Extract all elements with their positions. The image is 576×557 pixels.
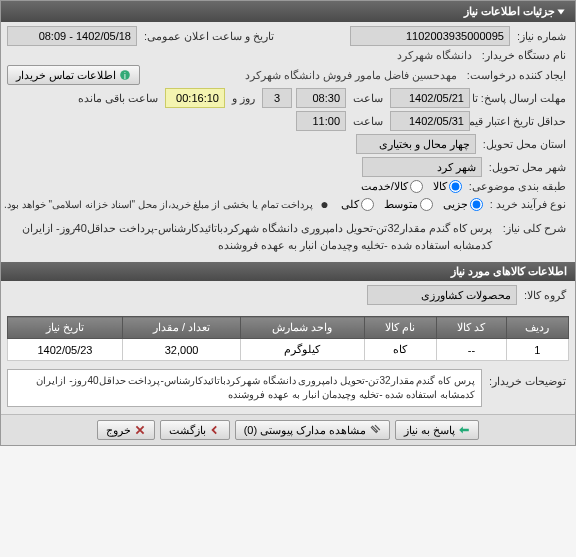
saat-label-2: ساعت bbox=[350, 115, 386, 128]
radio-full-input[interactable] bbox=[361, 198, 374, 211]
summary-text: پرس کاه گندم مقدار32تن-تحویل دامپروری دا… bbox=[7, 218, 496, 255]
delivery-city-label: شهر محل تحویل: bbox=[486, 161, 569, 174]
need-no-label: شماره نیاز: bbox=[514, 30, 569, 43]
buyer-name-label: نام دستگاه خریدار: bbox=[479, 49, 569, 62]
reply-date: 1402/05/21 bbox=[390, 88, 470, 108]
reply-time: 08:30 bbox=[296, 88, 346, 108]
window-title: جزئیات اطلاعات نیاز bbox=[464, 5, 555, 18]
cell-unit: کیلوگرم bbox=[241, 339, 364, 361]
buyer-notes-text: پرس کاه گندم مقدار32تن-تحویل دامپروری دا… bbox=[7, 369, 482, 407]
credit-date: 1402/05/31 bbox=[390, 111, 470, 131]
contact-buyer-button[interactable]: i اطلاعات تماس خریدار bbox=[7, 65, 140, 85]
radio-partial[interactable]: جزیی bbox=[443, 198, 483, 211]
remain-label: ساعت باقی مانده bbox=[75, 92, 161, 105]
announce-value: 1402/05/18 - 08:09 bbox=[7, 26, 137, 46]
payment-note: پرداخت تمام یا بخشی از مبلغ خرید،از محل … bbox=[1, 199, 316, 210]
chevron-icon bbox=[555, 6, 567, 18]
exit-button[interactable]: خروج bbox=[97, 420, 155, 440]
back-icon bbox=[209, 424, 221, 436]
days-label: روز و bbox=[229, 92, 258, 105]
exit-icon bbox=[134, 424, 146, 436]
attach-icon bbox=[369, 424, 381, 436]
cell-code: -- bbox=[437, 339, 506, 361]
footer-bar: پاسخ به نیاز مشاهده مدارک پیوستی (0) باز… bbox=[1, 414, 575, 445]
items-table: ردیف کد کالا نام کالا واحد شمارش تعداد /… bbox=[7, 316, 569, 361]
summary-label: شرح کلی نیاز: bbox=[500, 218, 569, 235]
items-header-bar: اطلاعات کالاهای مورد نیاز bbox=[1, 262, 575, 281]
col-qty: تعداد / مقدار bbox=[122, 317, 240, 339]
items-header-title: اطلاعات کالاهای مورد نیاز bbox=[451, 265, 567, 277]
radio-goods-input[interactable] bbox=[449, 180, 462, 193]
radio-medium[interactable]: متوسط bbox=[384, 198, 433, 211]
reply-button[interactable]: پاسخ به نیاز bbox=[395, 420, 479, 440]
radio-partial-input[interactable] bbox=[470, 198, 483, 211]
days-value: 3 bbox=[262, 88, 292, 108]
saat-label-1: ساعت bbox=[350, 92, 386, 105]
radio-goods[interactable]: کالا bbox=[433, 180, 462, 193]
back-button[interactable]: بازگشت bbox=[160, 420, 230, 440]
group-label: گروه کالا: bbox=[521, 289, 569, 302]
cell-date: 1402/05/23 bbox=[8, 339, 123, 361]
requester-label: ایجاد کننده درخواست: bbox=[464, 69, 569, 82]
svg-text:i: i bbox=[124, 71, 126, 81]
delivery-loc-label: استان محل تحویل: bbox=[480, 138, 569, 151]
announce-label: تاریخ و ساعت اعلان عمومی: bbox=[141, 30, 277, 43]
window-title-bar: جزئیات اطلاعات نیاز bbox=[1, 1, 575, 22]
buyer-notes-label: توضیحات خریدار: bbox=[486, 369, 569, 388]
credit-deadline-label: حداقل تاریخ اعتبار قیمت تا تاریخ: bbox=[474, 115, 569, 128]
payment-dot: ● bbox=[320, 196, 328, 212]
radio-medium-input[interactable] bbox=[420, 198, 433, 211]
cell-name: کاه bbox=[364, 339, 437, 361]
cell-qty: 32,000 bbox=[122, 339, 240, 361]
radio-service[interactable]: کالا/خدمت bbox=[361, 180, 423, 193]
radio-full[interactable]: کلی bbox=[341, 198, 374, 211]
budget-label: طبقه بندی موضوعی: bbox=[466, 180, 569, 193]
delivery-city: شهر کرد bbox=[362, 157, 482, 177]
col-row: ردیف bbox=[506, 317, 568, 339]
info-icon: i bbox=[119, 69, 131, 81]
goods-service-group: کالا کالا/خدمت bbox=[361, 180, 462, 193]
contact-buyer-label: اطلاعات تماس خریدار bbox=[16, 69, 116, 82]
buyer-name-value: دانشگاه شهرکرد bbox=[394, 49, 475, 62]
group-value: محصولات کشاورزی bbox=[367, 285, 517, 305]
remaining-time: 00:16:10 bbox=[165, 88, 225, 108]
process-group: جزیی متوسط کلی bbox=[341, 198, 483, 211]
table-row[interactable]: 1 -- کاه کیلوگرم 32,000 1402/05/23 bbox=[8, 339, 569, 361]
process-label: نوع فرآیند خرید : bbox=[487, 198, 569, 211]
col-date: تاریخ نیاز bbox=[8, 317, 123, 339]
cell-row: 1 bbox=[506, 339, 568, 361]
col-unit: واحد شمارش bbox=[241, 317, 364, 339]
col-code: کد کالا bbox=[437, 317, 506, 339]
attachments-button[interactable]: مشاهده مدارک پیوستی (0) bbox=[235, 420, 391, 440]
items-table-wrap: ردیف کد کالا نام کالا واحد شمارش تعداد /… bbox=[1, 312, 575, 365]
table-header-row: ردیف کد کالا نام کالا واحد شمارش تعداد /… bbox=[8, 317, 569, 339]
credit-time: 11:00 bbox=[296, 111, 346, 131]
delivery-province: چهار محال و بختیاری bbox=[356, 134, 476, 154]
need-no-value: 1102003935000095 bbox=[350, 26, 510, 46]
col-name: نام کالا bbox=[364, 317, 437, 339]
reply-deadline-label: مهلت ارسال پاسخ: تا تاریخ: bbox=[474, 92, 569, 105]
reply-icon bbox=[458, 424, 470, 436]
requester-value: مهدحسین فاضل مامور فروش دانشگاه شهرکرد bbox=[242, 69, 460, 82]
radio-service-input[interactable] bbox=[410, 180, 423, 193]
